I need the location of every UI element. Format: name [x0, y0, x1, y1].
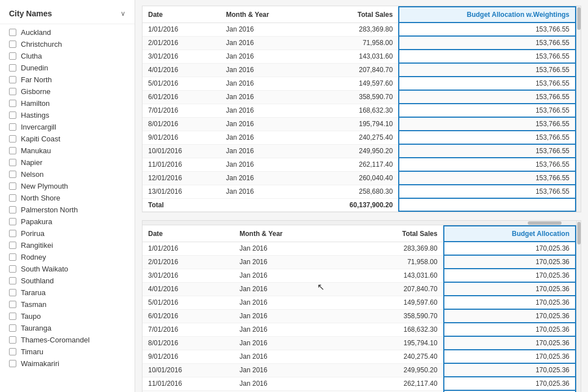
- sidebar-item-palmerston-north[interactable]: Palmerston North: [0, 204, 135, 216]
- cell-sales: 240,275.40: [332, 350, 443, 363]
- checkbox-icon[interactable]: [9, 348, 16, 355]
- col-header-date-2: Date: [142, 226, 234, 242]
- sidebar-item-waimakariri[interactable]: Waimakariri: [0, 358, 135, 369]
- sidebar-item-label: Timaru: [21, 348, 43, 356]
- sidebar-item-nelson[interactable]: Nelson: [0, 168, 135, 180]
- sidebar-item-tararua[interactable]: Tararua: [0, 287, 135, 299]
- sidebar-item-auckland[interactable]: Auckland: [0, 26, 135, 38]
- table-row: 2/01/2016 Jan 2016 71,958.00 153,766.55: [142, 36, 576, 50]
- sidebar-item-invercargill[interactable]: Invercargill: [0, 121, 135, 133]
- checkbox-icon[interactable]: [9, 206, 16, 213]
- cell-month: Jan 2016: [234, 296, 332, 309]
- cell-sales: 195,794.10: [332, 336, 443, 350]
- cell-date: 2/01/2016: [142, 36, 220, 50]
- checkbox-icon[interactable]: [9, 253, 16, 261]
- sidebar-item-label: Auckland: [21, 28, 51, 37]
- checkbox-icon[interactable]: [9, 171, 16, 178]
- table-row: 6/01/2016 Jan 2016 358,590.70 170,025.36: [142, 309, 576, 323]
- cell-sales: 283,369.80: [304, 23, 399, 36]
- sidebar-item-label: Tauranga: [21, 324, 51, 332]
- sidebar-item-rangitikei[interactable]: Rangitikei: [0, 239, 135, 251]
- checkbox-icon[interactable]: [9, 88, 16, 95]
- cell-sales: 149,597.60: [304, 77, 399, 90]
- sidebar-item-north-shore[interactable]: North Shore: [0, 192, 135, 204]
- cell-budget: 153,766.55: [399, 185, 576, 198]
- cell-date: 10/01/2016: [142, 363, 234, 377]
- sidebar-item-napier[interactable]: Napier: [0, 157, 135, 168]
- sidebar-item-rodney[interactable]: Rodney: [0, 251, 135, 263]
- col-header-sales-1: Total Sales: [304, 7, 399, 23]
- table-row: 3/01/2016 Jan 2016 143,031.60 153,766.55: [142, 50, 576, 63]
- checkbox-icon[interactable]: [9, 112, 16, 119]
- sidebar-item-far-north[interactable]: Far North: [0, 74, 135, 86]
- scroll-indicator-1[interactable]: [576, 6, 581, 212]
- sidebar-item-tasman[interactable]: Tasman: [0, 299, 135, 310]
- checkbox-icon[interactable]: [9, 324, 16, 332]
- checkbox-icon[interactable]: [9, 313, 16, 320]
- checkbox-icon[interactable]: [9, 360, 16, 367]
- sidebar-item-label: Hamilton: [21, 99, 50, 108]
- checkbox-icon[interactable]: [9, 301, 16, 308]
- sidebar-item-label: Clutha: [21, 52, 42, 60]
- cell-budget: 153,766.55: [399, 50, 576, 63]
- checkbox-icon[interactable]: [9, 135, 16, 142]
- top-scroll-bar[interactable]: [142, 221, 581, 225]
- sidebar-item-christchurch[interactable]: Christchurch: [0, 38, 135, 50]
- checkbox-icon[interactable]: [9, 41, 16, 48]
- h-scroll-thumb[interactable]: [528, 221, 562, 225]
- checkbox-icon[interactable]: [9, 29, 16, 36]
- sidebar-item-label: Waimakariri: [21, 359, 59, 368]
- scroll-indicator-2[interactable]: [576, 221, 581, 392]
- checkbox-icon[interactable]: [9, 52, 16, 60]
- checkbox-icon[interactable]: [9, 76, 16, 83]
- sidebar-item-papakura[interactable]: Papakura: [0, 216, 135, 228]
- sidebar-item-label: Gisborne: [21, 87, 51, 96]
- checkbox-icon[interactable]: [9, 182, 16, 190]
- sidebar-item-new-plymouth[interactable]: New Plymouth: [0, 180, 135, 192]
- sidebar-item-kapiti-coast[interactable]: Kapiti Coast: [0, 133, 135, 145]
- sidebar-item-tauranga[interactable]: Tauranga: [0, 322, 135, 334]
- sidebar-item-south-waikato[interactable]: South Waikato: [0, 263, 135, 275]
- checkbox-icon[interactable]: [9, 336, 16, 344]
- col-header-month-2: Month & Year: [234, 226, 332, 242]
- checkbox-icon[interactable]: [9, 230, 16, 237]
- checkbox-icon[interactable]: [9, 147, 16, 154]
- sidebar-item-taupo[interactable]: Taupo: [0, 310, 135, 322]
- cell-budget: 170,025.36: [444, 309, 576, 323]
- checkbox-icon[interactable]: [9, 218, 16, 225]
- checkbox-icon[interactable]: [9, 289, 16, 296]
- table1-container: Date Month & Year Total Sales Budget All…: [142, 6, 581, 212]
- cell-budget: 153,766.55: [399, 36, 576, 50]
- cell-date: 1/01/2016: [142, 23, 220, 36]
- sidebar-item-gisborne[interactable]: Gisborne: [0, 86, 135, 97]
- sidebar-item-porirua[interactable]: Porirua: [0, 228, 135, 239]
- sidebar-item-thames-coromandel[interactable]: Thames-Coromandel: [0, 334, 135, 346]
- table-row: 5/01/2016 Jan 2016 149,597.60 153,766.55: [142, 77, 576, 90]
- cell-budget: 170,025.36: [444, 296, 576, 309]
- sidebar-item-manukau[interactable]: Manukau: [0, 145, 135, 157]
- checkbox-icon[interactable]: [9, 265, 16, 273]
- cell-date: 3/01/2016: [142, 50, 220, 63]
- checkbox-icon[interactable]: [9, 194, 16, 202]
- checkbox-icon[interactable]: [9, 123, 16, 131]
- cell-date: 11/01/2016: [142, 158, 220, 171]
- checkbox-icon[interactable]: [9, 277, 16, 284]
- cell-date: 7/01/2016: [142, 104, 220, 117]
- checkbox-icon[interactable]: [9, 159, 16, 166]
- sidebar-item-hastings[interactable]: Hastings: [0, 109, 135, 121]
- sidebar-item-southland[interactable]: Southland: [0, 275, 135, 287]
- sidebar-header[interactable]: City Names ∨: [0, 6, 135, 24]
- cell-date: 10/01/2016: [142, 144, 220, 158]
- sidebar-item-label: North Shore: [21, 194, 60, 202]
- checkbox-icon[interactable]: [9, 100, 16, 107]
- sidebar-item-timaru[interactable]: Timaru: [0, 346, 135, 358]
- sidebar-item-clutha[interactable]: Clutha: [0, 50, 135, 62]
- sidebar-item-hamilton[interactable]: Hamilton: [0, 97, 135, 109]
- sidebar-item-dunedin[interactable]: Dunedin: [0, 62, 135, 74]
- col-header-month-1: Month & Year: [220, 7, 304, 23]
- scroll-thumb-2[interactable]: [577, 222, 581, 244]
- checkbox-icon[interactable]: [9, 242, 16, 249]
- checkbox-icon[interactable]: [9, 64, 16, 72]
- scroll-thumb-1[interactable]: [577, 7, 581, 30]
- sidebar-item-label: South Waikato: [21, 265, 68, 273]
